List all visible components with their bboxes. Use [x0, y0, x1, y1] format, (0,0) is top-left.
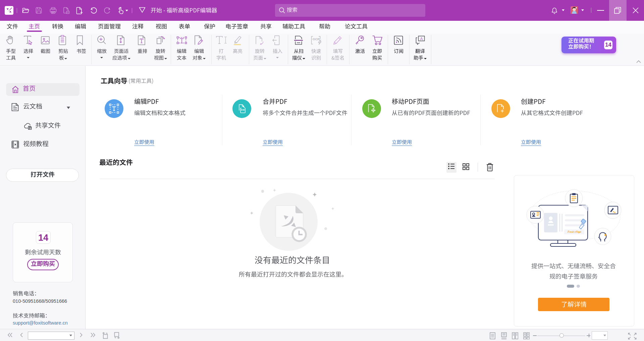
svg-text:Foxit eSign: Foxit eSign: [567, 230, 581, 233]
svg-text:A: A: [420, 37, 423, 41]
svg-text:OCR: OCR: [313, 37, 320, 41]
